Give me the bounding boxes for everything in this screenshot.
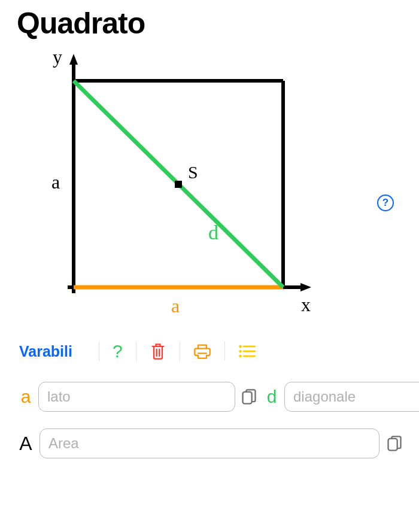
input-diagonale[interactable] — [284, 382, 419, 412]
svg-rect-23 — [388, 439, 397, 451]
delete-button[interactable] — [150, 342, 166, 360]
svg-point-15 — [239, 345, 242, 348]
svg-text:S: S — [188, 162, 198, 182]
help-button[interactable]: ? — [113, 341, 123, 361]
help-icon[interactable]: ? — [377, 194, 394, 211]
svg-rect-8 — [175, 181, 182, 188]
svg-marker-1 — [69, 54, 78, 65]
input-group-a: a — [19, 382, 257, 412]
question-mark-icon: ? — [113, 341, 123, 361]
svg-point-17 — [239, 350, 242, 353]
divider — [136, 342, 136, 361]
copy-icon — [387, 435, 402, 452]
divider — [99, 342, 99, 361]
svg-text:x: x — [301, 294, 311, 315]
svg-text:a: a — [171, 295, 180, 317]
input-group-area: A — [17, 428, 402, 458]
list-button[interactable] — [238, 344, 256, 358]
svg-point-19 — [239, 355, 242, 358]
help-icon-text: ? — [382, 197, 388, 209]
copy-button-a[interactable] — [241, 388, 257, 405]
svg-text:a: a — [51, 171, 60, 193]
var-label-A: A — [19, 433, 32, 455]
printer-icon — [193, 343, 211, 360]
input-group-d: d — [265, 382, 419, 412]
toolbar: Varabili ? — [17, 341, 402, 361]
svg-text:y: y — [53, 48, 62, 68]
svg-rect-21 — [243, 392, 252, 404]
divider — [224, 342, 225, 361]
toolbar-label: Varabili — [19, 343, 72, 360]
divider — [180, 342, 180, 361]
list-icon — [238, 344, 256, 358]
square-diagram: y x a a d S ? — [17, 48, 352, 323]
print-button[interactable] — [193, 343, 211, 360]
input-area[interactable] — [40, 428, 379, 458]
var-label-a: a — [19, 387, 32, 407]
copy-button-area[interactable] — [387, 435, 402, 452]
page-title: Quadrato — [17, 6, 402, 41]
svg-marker-3 — [300, 283, 311, 291]
copy-icon — [241, 388, 257, 405]
trash-icon — [150, 342, 166, 360]
svg-text:d: d — [208, 221, 218, 244]
var-label-d: d — [265, 387, 278, 407]
input-lato[interactable] — [38, 382, 235, 412]
